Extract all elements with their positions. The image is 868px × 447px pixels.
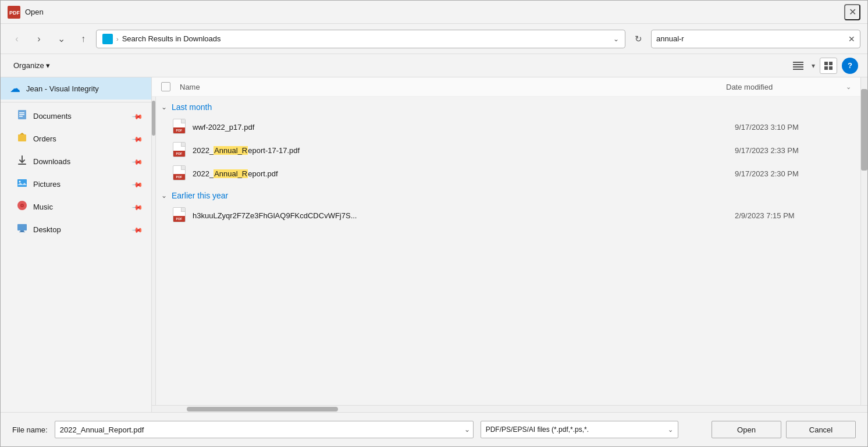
svg-rect-15 <box>18 164 26 165</box>
svg-rect-9 <box>829 66 833 70</box>
file-row-annual-1[interactable]: PDF 2022_Annual_Report-17-17.pdf 9/17/20… <box>152 139 860 162</box>
desktop-svg-icon <box>17 223 27 233</box>
file-date-annual-2: 9/17/2023 2:30 PM <box>735 169 851 178</box>
desktop-icon <box>17 223 27 236</box>
file-date-wwf: 9/17/2023 3:10 PM <box>735 123 851 132</box>
file-rows-area: Name Date modified ⌄ ⌄ Last month <box>152 77 867 405</box>
breadcrumb-folder-icon <box>102 34 113 44</box>
pin-icon-desktop: 📌 <box>131 224 144 236</box>
sidebar-item-label: Music <box>33 203 53 211</box>
breadcrumb-bar: › Search Results in Downloads ⌄ <box>96 30 625 48</box>
file-date-annual-1: 9/17/2023 2:33 PM <box>735 146 851 155</box>
sidebar: ☁ Jean - Visual Integrity Documents <box>1 77 152 412</box>
open-dialog: PDF Open ✕ ‹ › ⌄ ↑ › Search Results in D… <box>0 0 868 447</box>
file-name-input-wrapper: ⌄ <box>55 421 474 438</box>
pdf-icon-annual-2: PDF <box>173 165 187 182</box>
view-list-button[interactable] <box>789 58 807 74</box>
pdf-icon-h3kuu: PDF <box>173 207 187 224</box>
organize-button[interactable]: Organize ▾ <box>10 59 54 72</box>
file-row-annual-2[interactable]: PDF 2022_Annual_Report.pdf 9/17/2023 2:3… <box>152 162 860 185</box>
back-button[interactable]: ‹ <box>8 30 26 48</box>
open-button[interactable]: Open <box>712 421 781 438</box>
sidebar-wrapper: ☁ Jean - Visual Integrity Documents <box>1 77 152 412</box>
select-all-checkbox[interactable] <box>161 82 170 91</box>
file-type-select[interactable]: PDF/PS/EPS/AI files (*.pdf,*.ps,*. ⌄ <box>481 421 678 438</box>
sidebar-item-documents[interactable]: Documents 📌 <box>1 105 151 127</box>
h-scrollbar-thumb <box>187 407 338 411</box>
list-view-icon <box>793 62 803 70</box>
dialog-title: Open <box>25 8 844 16</box>
cloud-icon: ☁ <box>10 82 20 95</box>
sidebar-item-pictures[interactable]: Pictures 📌 <box>1 173 151 196</box>
file-name-h3kuu: h3kuuLZyqr2F7Ze3FhGlAQ9FKcdCDCvWFj7S... <box>193 211 729 220</box>
sidebar-item-label: Desktop <box>33 225 61 234</box>
search-clear-button[interactable]: ✕ <box>848 34 855 44</box>
file-row-h3kuu[interactable]: PDF h3kuuLZyqr2F7Ze3FhGlAQ9FKcdCDCvWFj7S… <box>152 204 860 227</box>
svg-rect-6 <box>824 62 828 65</box>
svg-rect-12 <box>19 114 24 115</box>
svg-rect-21 <box>17 224 27 230</box>
pdf-icon-annual-1: PDF <box>173 142 187 158</box>
file-rows-content: Name Date modified ⌄ ⌄ Last month <box>152 77 860 405</box>
file-list-header: Name Date modified ⌄ <box>152 77 860 97</box>
sidebar-item-label: Downloads <box>33 157 70 166</box>
up-button[interactable]: ↑ <box>74 30 93 48</box>
toolbar: Organize ▾ ▾ ? <box>1 54 867 77</box>
group-chevron-last-month: ⌄ <box>161 103 167 111</box>
close-button[interactable]: ✕ <box>844 4 860 20</box>
pdf-icon-wwf: PDF <box>173 119 187 135</box>
view-toggle-button[interactable] <box>820 58 837 74</box>
sidebar-item-desktop[interactable]: Desktop 📌 <box>1 218 151 241</box>
breadcrumb-path: Search Results in Downloads <box>122 34 607 43</box>
breadcrumb-dropdown-button[interactable]: ⌄ <box>613 35 619 43</box>
help-button[interactable]: ? <box>842 58 858 74</box>
group-earlier[interactable]: ⌄ Earlier this year <box>152 185 860 204</box>
sidebar-item-cloud[interactable]: ☁ Jean - Visual Integrity <box>1 77 151 100</box>
scrollbar-track <box>861 77 867 405</box>
group-last-month[interactable]: ⌄ Last month <box>152 97 860 115</box>
svg-rect-14 <box>18 134 26 141</box>
sidebar-divider-1 <box>1 102 151 102</box>
breadcrumb-separator: › <box>116 36 119 42</box>
file-row-wwf[interactable]: PDF wwf-2022_p17.pdf 9/17/2023 3:10 PM <box>152 115 860 139</box>
forward-button[interactable]: › <box>30 30 48 48</box>
header-date-col[interactable]: Date modified <box>726 83 842 91</box>
sort-chevron-icon: ⌄ <box>846 83 851 91</box>
svg-rect-23 <box>19 232 25 232</box>
bottom-bar: File name: ⌄ PDF/PS/EPS/AI files (*.pdf,… <box>1 412 867 446</box>
svg-rect-11 <box>19 112 24 113</box>
music-svg-icon <box>17 200 27 211</box>
sidebar-item-downloads[interactable]: Downloads 📌 <box>1 150 151 173</box>
file-name-wwf: wwf-2022_p17.pdf <box>193 123 729 132</box>
dropdown-recent-button[interactable]: ⌄ <box>52 30 70 48</box>
file-date-h3kuu: 2/9/2023 7:15 PM <box>735 211 851 220</box>
documents-icon <box>17 109 27 123</box>
horizontal-scrollbar[interactable] <box>152 405 867 412</box>
file-name-annual-2: 2022_Annual_Report.pdf <box>193 169 729 178</box>
file-type-text: PDF/PS/EPS/AI files (*.pdf,*.ps,*. <box>486 425 666 434</box>
cancel-button[interactable]: Cancel <box>786 421 856 438</box>
file-name-highlight-1: Annual_R <box>214 146 248 155</box>
file-name-annual-1: 2022_Annual_Report-17-17.pdf <box>193 146 729 155</box>
filename-dropdown-button[interactable]: ⌄ <box>464 425 470 434</box>
file-scrollbar[interactable] <box>860 77 867 405</box>
sidebar-item-orders[interactable]: Orders 📌 <box>1 127 151 150</box>
sidebar-item-music[interactable]: Music 📌 <box>1 196 151 218</box>
svg-point-17 <box>19 181 21 183</box>
app-icon: PDF <box>8 6 20 19</box>
music-icon <box>17 200 27 214</box>
svg-rect-2 <box>793 62 803 63</box>
main-content: ☁ Jean - Visual Integrity Documents <box>1 77 867 412</box>
svg-point-20 <box>22 205 23 206</box>
downloads-icon <box>17 155 27 168</box>
nav-bar: ‹ › ⌄ ↑ › Search Results in Downloads ⌄ … <box>1 24 867 54</box>
documents-svg-icon <box>17 109 27 120</box>
preview-icon <box>824 62 833 70</box>
refresh-button[interactable]: ↻ <box>629 30 648 48</box>
view-dropdown-arrow[interactable]: ▾ <box>812 62 815 70</box>
sidebar-item-label: Pictures <box>33 180 61 189</box>
header-name-col[interactable]: Name <box>180 83 726 91</box>
pin-icon-pictures: 📌 <box>131 178 144 190</box>
search-input[interactable] <box>656 34 845 43</box>
file-name-input[interactable] <box>55 421 474 438</box>
